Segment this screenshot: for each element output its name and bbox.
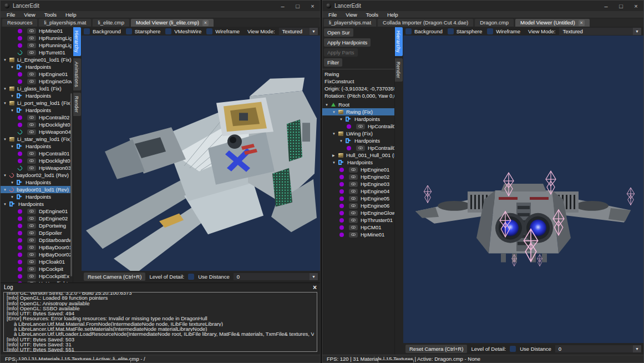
tab-li-playerships-mat[interactable]: li_playerships.mat (324, 19, 376, 27)
visibility-eye-icon[interactable] (27, 209, 36, 214)
visibility-eye-icon[interactable] (349, 218, 358, 223)
titlebar[interactable]: LancerEdit – □ × (1, 1, 320, 11)
tree-row[interactable]: DpSpoiler (1, 229, 72, 236)
chevron-down-icon[interactable]: ▼ (310, 273, 318, 280)
visibility-eye-icon[interactable] (27, 259, 36, 265)
menu-view[interactable]: View (19, 12, 39, 18)
side-tab-hierarchy[interactable]: Hierarchy (73, 27, 81, 56)
menu-tools[interactable]: Tools (362, 12, 383, 18)
tree-row[interactable]: ▼Root (322, 101, 394, 108)
visibility-eye-icon[interactable] (27, 223, 36, 229)
visibility-eye-icon[interactable] (27, 230, 36, 236)
expander-icon[interactable]: ▼ (3, 203, 9, 206)
viewport-3d[interactable] (403, 36, 643, 343)
tree-row[interactable]: HpEngine03 (322, 180, 394, 188)
viewport-3d[interactable] (82, 36, 320, 271)
tree-row[interactable]: ▼Hardpoints (322, 159, 394, 166)
expander-icon[interactable]: ▼ (3, 87, 9, 90)
view-mode-select[interactable]: Textured ▼ (559, 28, 641, 35)
distance-select[interactable]: 0 ▼ (555, 345, 641, 352)
tree-row[interactable]: HpContrail01 (1, 150, 72, 157)
expander-icon[interactable]: ▼ (11, 109, 17, 112)
tree-row[interactable]: HpEngineGlow (1, 78, 72, 85)
close-button[interactable]: × (305, 1, 320, 11)
tree-row[interactable]: HpRunningLigh (1, 42, 72, 49)
tree-row[interactable]: ▼Hardpoints (1, 200, 72, 208)
wireframe-checkbox[interactable] (206, 28, 212, 34)
filter-button[interactable]: Filter (324, 58, 342, 67)
expander-icon[interactable]: ▼ (332, 110, 338, 114)
apply-hardpoints-button[interactable]: Apply Hardpoints (324, 38, 371, 47)
expander-icon[interactable]: ▼ (339, 139, 346, 143)
minimize-button[interactable]: – (275, 1, 290, 11)
visibility-eye-icon[interactable] (27, 72, 36, 77)
tree-row[interactable]: HpEngine02 (322, 173, 394, 180)
tree-row[interactable]: HpBayDoor01 (1, 244, 72, 251)
expander-icon[interactable]: ▼ (332, 161, 338, 164)
tree-row[interactable]: HpMine01 (1, 27, 72, 34)
expander-icon[interactable]: ▼ (325, 103, 331, 107)
expander-icon[interactable]: ▼ (3, 188, 9, 191)
minimize-button[interactable]: – (599, 1, 613, 11)
visibility-eye-icon[interactable] (349, 174, 358, 180)
tree-row[interactable]: DpStarboardwing (1, 236, 72, 244)
wireframe-checkbox[interactable] (487, 28, 493, 34)
visibility-eye-icon[interactable] (349, 232, 358, 238)
starsphere-checkbox[interactable] (448, 28, 454, 34)
visibility-eye-icon[interactable] (27, 245, 36, 250)
use-distance-checkbox[interactable] (510, 346, 516, 352)
use-distance-checkbox[interactable] (188, 274, 194, 280)
visibility-eye-icon[interactable] (349, 182, 358, 187)
visibility-eye-icon[interactable] (356, 124, 365, 129)
visibility-eye-icon[interactable] (27, 122, 36, 128)
tab-resources[interactable]: Resources (2, 19, 37, 27)
log-close-icon[interactable]: × (313, 284, 317, 291)
tree-row[interactable]: HpTurret01 (1, 49, 72, 56)
distance-select[interactable]: 0 ▼ (234, 273, 318, 280)
expander-icon[interactable]: ▼ (339, 118, 346, 121)
visibility-eye-icon[interactable] (349, 203, 358, 209)
visibility-eye-icon[interactable] (349, 196, 358, 201)
visibility-eye-icon[interactable] (27, 274, 36, 279)
tree-row[interactable]: HpMine01 (322, 231, 394, 238)
tree-row[interactable]: HpHeadlight (1, 280, 72, 283)
visibility-eye-icon[interactable] (27, 129, 36, 135)
tree-row[interactable]: HpCloak01 (1, 258, 72, 265)
visibility-eye-icon[interactable] (27, 238, 36, 243)
expander-icon[interactable]: ▼ (3, 174, 9, 177)
menu-view[interactable]: View (341, 12, 361, 18)
tree-row[interactable]: HpEngine04 (322, 188, 394, 195)
tree-row[interactable]: HpContrail02 (1, 114, 72, 121)
tree-row[interactable]: HpThruster01 (322, 216, 394, 224)
visibility-eye-icon[interactable] (27, 151, 36, 157)
tree-row[interactable]: ▼Hardpoints (1, 63, 72, 70)
view-mode-select[interactable]: Textured ▼ (279, 28, 318, 35)
maximize-button[interactable]: □ (290, 1, 305, 11)
background-checkbox[interactable] (405, 28, 412, 34)
tree-row[interactable]: HpCM01 (322, 224, 394, 231)
tab-close-icon[interactable]: × (202, 20, 209, 26)
visibility-eye-icon[interactable] (27, 165, 36, 171)
tree-row[interactable]: DpEngine02 (1, 215, 72, 222)
tree-row[interactable]: HpEngine01 (322, 166, 394, 173)
tree-row[interactable]: ▼Hardpoints (1, 92, 72, 99)
titlebar[interactable]: LancerEdit – □ × (322, 1, 643, 11)
side-tab-render[interactable]: Render (395, 58, 403, 82)
tree-row[interactable]: HpDocklight01 (1, 157, 72, 164)
tab-dragon-cmp[interactable]: Dragon.cmp (475, 19, 514, 27)
side-tab-animations[interactable]: Animations (73, 58, 81, 90)
menu-tools[interactable]: Tools (40, 12, 61, 18)
visibility-eye-icon[interactable] (27, 252, 36, 258)
visibility-eye-icon[interactable] (349, 210, 358, 216)
tree-row[interactable]: HpWeapon03 (1, 164, 72, 172)
tree-row[interactable]: ▼Hardpoints (1, 107, 72, 114)
log-output[interactable]: [Info] GL: Version String: 3.2.0 - Build… (3, 292, 317, 352)
tree-row[interactable]: DpEngine01 (1, 208, 72, 215)
tree-row[interactable]: HpRunningLigh (1, 34, 72, 42)
tree-row[interactable]: ▼LWing (Fix) (322, 130, 394, 137)
tree-row[interactable]: HpDocklight02 (1, 121, 72, 128)
tree-row[interactable]: HpBayDoor02 (1, 251, 72, 258)
tab-model-viewer-li-elite-cmp[interactable]: Model Viewer (li_elite.cmp)× (131, 19, 214, 27)
expander-icon[interactable]: ▶ (332, 153, 338, 157)
chevron-down-icon[interactable]: ▼ (310, 28, 318, 35)
